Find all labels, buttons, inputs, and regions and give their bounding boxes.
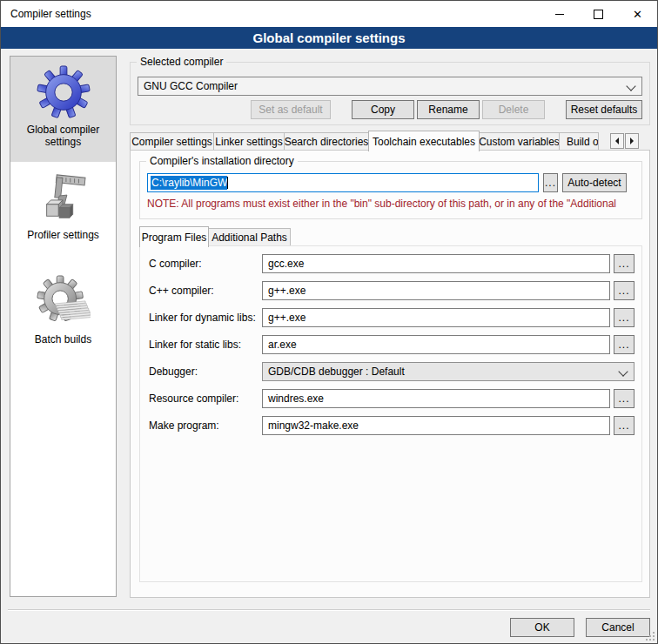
compiler-buttons-row: Set as default Copy Rename Delete Reset … (251, 100, 642, 119)
sidebar-item-label: Profiler settings (24, 229, 103, 241)
make-program-input[interactable]: mingw32-make.exe (262, 416, 610, 435)
debugger-select[interactable]: GDB/CDB debugger : Default (262, 362, 634, 381)
make-program-value: mingw32-make.exe (268, 419, 359, 432)
tab-compiler-settings[interactable]: Compiler settings (130, 132, 214, 150)
compiler-settings-dialog: Compiler settings ✕ Global compiler sett… (0, 0, 658, 644)
sidebar-item-label: Global compiler settings (10, 124, 116, 148)
reset-defaults-button[interactable]: Reset defaults (566, 100, 642, 119)
static-linker-input[interactable]: ar.exe (262, 335, 610, 354)
sidebar-item-global-compiler-settings[interactable]: Global compiler settings (10, 57, 116, 162)
dropdown-chevron-icon (618, 366, 628, 376)
bin-subdirectory-note: NOTE: All programs must exist either in … (147, 198, 641, 210)
subtab-additional-paths[interactable]: Additional Paths (208, 228, 291, 245)
static-linker-value: ar.exe (268, 339, 297, 351)
caliper-icon (37, 171, 91, 225)
triangle-right-icon (630, 138, 634, 144)
c-compiler-input[interactable]: gcc.exe (262, 254, 610, 273)
window-title: Compiler settings (1, 8, 91, 20)
installation-directory-group-label: Compiler's installation directory (146, 155, 298, 168)
installation-directory-input[interactable]: C:\raylib\MinGW (147, 173, 539, 192)
tab-custom-variables[interactable]: Custom variables (479, 132, 560, 150)
field-row-dynamic-linker: Linker for dynamic libs: g++.exe ... (147, 308, 634, 327)
set-as-default-button[interactable]: Set as default (251, 100, 331, 119)
rename-button[interactable]: Rename (417, 100, 480, 119)
debugger-select-value: GDB/CDB debugger : Default (268, 366, 405, 378)
browse-button[interactable]: ... (614, 389, 634, 408)
field-label: C compiler: (147, 258, 262, 270)
tab-scroll-buttons (610, 133, 639, 149)
resize-grip[interactable] (653, 639, 655, 641)
tab-build-options[interactable]: Build options (559, 132, 599, 150)
program-files-panel: C compiler: gcc.exe ... C++ compiler: g+… (139, 245, 642, 582)
installation-directory-row: C:\raylib\MinGW ... Auto-detect (147, 173, 634, 192)
copy-button[interactable]: Copy (352, 100, 414, 119)
tab-toolchain-executables[interactable]: Toolchain executables (368, 131, 480, 151)
field-label: Resource compiler: (147, 392, 262, 405)
blue-gear-icon (37, 65, 91, 119)
selected-compiler-group-label: Selected compiler (137, 56, 226, 69)
field-label: Debugger: (147, 366, 262, 378)
subtab-program-files[interactable]: Program Files (139, 226, 209, 247)
delete-button[interactable]: Delete (482, 100, 545, 119)
tab-search-directories[interactable]: Search directories (284, 132, 369, 150)
c-compiler-value: gcc.exe (268, 258, 304, 270)
auto-detect-button[interactable]: Auto-detect (562, 173, 627, 192)
field-row-debugger: Debugger: GDB/CDB debugger : Default (147, 362, 634, 381)
field-row-c-compiler: C compiler: gcc.exe ... (147, 254, 634, 273)
cpp-compiler-input[interactable]: g++.exe (262, 281, 610, 300)
field-row-resource-compiler: Resource compiler: windres.exe ... (147, 389, 634, 408)
triangle-left-icon (615, 138, 619, 144)
titlebar: Compiler settings ✕ (1, 1, 657, 27)
selected-text: C:\raylib\MinGW (151, 176, 227, 190)
field-row-static-linker: Linker for static libs: ar.exe ... (147, 335, 634, 354)
maximize-button[interactable] (579, 1, 618, 27)
field-row-make-program: Make program: mingw32-make.exe ... (147, 416, 634, 435)
toolchain-executables-page: Compiler's installation directory C:\ray… (130, 150, 650, 598)
compiler-select-value: GNU GCC Compiler (144, 80, 238, 92)
field-label: C++ compiler: (147, 285, 262, 297)
sidebar-item-label: Batch builds (31, 333, 95, 345)
settings-category-list: Global compiler settings Profiler settin… (10, 56, 117, 597)
tab-scroll-right-button[interactable] (625, 133, 639, 149)
gray-gear-stack-icon (37, 275, 91, 329)
footer-separator (8, 609, 650, 611)
cpp-compiler-value: g++.exe (268, 285, 306, 297)
close-button[interactable]: ✕ (618, 1, 657, 27)
field-label: Linker for dynamic libs: (147, 312, 262, 324)
resource-compiler-input[interactable]: windres.exe (262, 389, 610, 408)
ok-button[interactable]: OK (510, 618, 574, 637)
close-icon: ✕ (633, 9, 642, 20)
browse-button[interactable]: ... (614, 308, 634, 327)
field-label: Linker for static libs: (147, 339, 262, 351)
installation-directory-group: Compiler's installation directory C:\ray… (139, 161, 642, 219)
sidebar-item-batch-builds[interactable]: Batch builds (10, 266, 116, 360)
minimize-button[interactable] (540, 1, 579, 27)
dropdown-chevron-icon (626, 81, 635, 91)
selected-compiler-group: Selected compiler GNU GCC Compiler Set a… (130, 62, 650, 125)
field-label: Make program: (147, 419, 262, 432)
sidebar-item-profiler-settings[interactable]: Profiler settings (10, 162, 116, 266)
page-title: Global compiler settings (1, 27, 657, 49)
maximize-icon (594, 10, 603, 19)
minimize-icon (555, 14, 564, 15)
dynamic-linker-input[interactable]: g++.exe (262, 308, 610, 327)
settings-tabbar: Compiler settings Linker settings Search… (130, 131, 652, 150)
caption-buttons: ✕ (540, 1, 657, 27)
programs-subtabbar: Program Files Additional Paths (139, 226, 290, 245)
browse-button[interactable]: ... (614, 416, 634, 435)
browse-button[interactable]: ... (614, 335, 634, 354)
text-caret (227, 177, 228, 189)
dynamic-linker-value: g++.exe (268, 312, 306, 324)
browse-directory-button[interactable]: ... (543, 173, 558, 192)
browse-button[interactable]: ... (614, 254, 634, 273)
resource-compiler-value: windres.exe (268, 392, 324, 405)
field-row-cpp-compiler: C++ compiler: g++.exe ... (147, 281, 634, 300)
browse-button[interactable]: ... (614, 281, 634, 300)
compiler-select[interactable]: GNU GCC Compiler (138, 77, 642, 96)
tab-scroll-left-button[interactable] (610, 133, 624, 149)
cancel-button[interactable]: Cancel (586, 618, 650, 637)
tab-linker-settings[interactable]: Linker settings (213, 132, 285, 150)
